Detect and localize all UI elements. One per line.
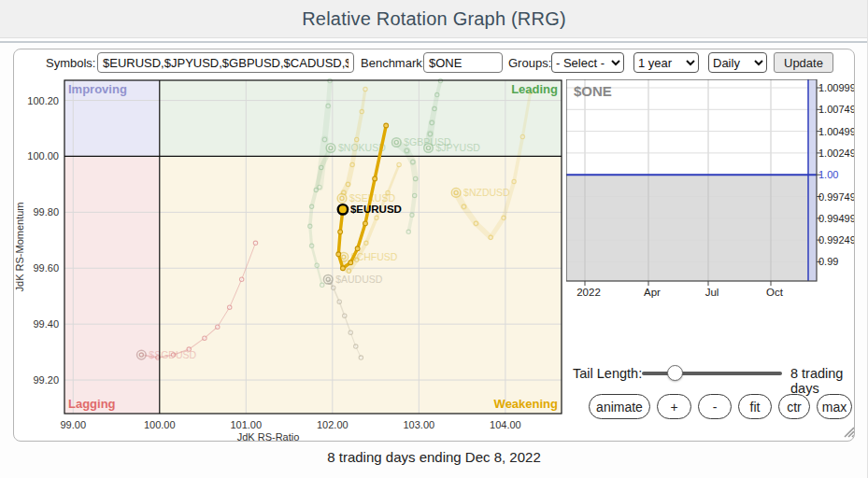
rrg-marker-$SGDUSD[interactable] [137, 350, 147, 359]
chart-control-buttons: animate+-fitctrmax [589, 394, 852, 419]
quadrant-label-leading: Leading [511, 82, 558, 96]
benchmark-y-tick: 0.9949999 [818, 213, 855, 225]
rrg-x-tick: 104.00 [490, 419, 521, 430]
benchmark-y-tick: 0.9924999 [818, 234, 855, 246]
ctr-button[interactable]: ctr [778, 394, 810, 419]
rrg-y-tick: 100.00 [27, 150, 59, 162]
rrg-x-tick: 103.00 [404, 419, 435, 430]
quadrant-label-weakening: Weakening [494, 397, 558, 411]
rrg-y-tick: 99.40 [33, 318, 59, 330]
symbols-label: Symbols: [46, 56, 95, 70]
rrg-x-axis-title: JdK RS-Ratio [237, 431, 300, 442]
rrg-y-tick: 99.80 [33, 206, 59, 218]
rrg-label-$SGDUSD: $SGDUSD [149, 349, 196, 360]
status-text: 8 trading days ending Dec 8, 2022 [0, 449, 868, 465]
tail-length-label: Tail Length: [573, 366, 642, 381]
rrg-x-tick: 100.00 [144, 419, 176, 430]
benchmark-x-tick: Apr [644, 287, 661, 298]
fit-button[interactable]: fit [738, 394, 772, 419]
rrg-x-tick: 99.00 [60, 419, 86, 430]
benchmark-y-tick: 0.99 [818, 256, 855, 268]
benchmark-y-tick: 1.0074999 [818, 104, 855, 116]
quadrant-label-lagging: Lagging [68, 397, 116, 411]
rrg-label-$CHFUSD: $CHFUSD [351, 251, 398, 262]
benchmark-x-tick: Oct [766, 287, 784, 298]
benchmark-title: $ONE [574, 83, 612, 99]
resize-handle-icon[interactable] [839, 422, 855, 439]
rrg-y-tick: 99.60 [33, 262, 59, 274]
rrg-app-window: Relative Rotation Graph (RRG) Symbols: B… [0, 0, 868, 478]
benchmark-y-tick: 1.0099999 [818, 82, 855, 94]
rrg-x-tick: 102.00 [317, 419, 349, 430]
header-divider [0, 41, 868, 43]
rrg-label-$GBPUSD: $GBPUSD [404, 136, 451, 148]
tail-length-slider-track[interactable] [642, 372, 782, 375]
tail-length-value: 8 trading days [790, 366, 854, 396]
zoom-in-button[interactable]: + [657, 394, 691, 419]
range-select[interactable]: 1 year [633, 52, 699, 73]
benchmark-label: Benchmark: [361, 56, 425, 70]
benchmark-y-tick: 1.0049999 [818, 126, 855, 138]
rrg-y-axis-title: JdK RS-Momentum [14, 203, 25, 292]
tail-length-slider-thumb[interactable] [667, 365, 683, 381]
page-title: Relative Rotation Graph (RRG) [302, 8, 566, 30]
rrg-chart: $SGDUSD$JPYUSD$GBPUSD$NOKUSD$NZDUSD$SEKU… [14, 76, 575, 442]
benchmark-x-tick: 2022 [576, 287, 601, 298]
rrg-x-tick: 101.00 [230, 419, 262, 430]
rrg-marker-$AUDUSD[interactable] [323, 274, 333, 284]
rrg-marker-$NZDUSD[interactable] [451, 189, 461, 198]
animate-button[interactable]: animate [589, 394, 650, 419]
benchmark-x-tick: Jul [705, 287, 719, 298]
update-button[interactable]: Update [774, 52, 833, 73]
benchmark-input[interactable] [423, 52, 503, 73]
rrg-label-$AUDUSD: $AUDUSD [335, 274, 383, 285]
rrg-marker-$EURUSD[interactable] [338, 204, 348, 214]
benchmark-chart: $ONE2022AprJulOct [566, 79, 837, 298]
rrg-marker-$SEKUSD[interactable] [337, 194, 347, 204]
rrg-marker-$NOKUSD[interactable] [326, 144, 335, 153]
rrg-panel: Symbols: Benchmark: Groups: - Select - 1… [13, 49, 855, 442]
rrg-marker-$GBPUSD[interactable] [391, 138, 401, 148]
rrg-y-tick: 100.20 [27, 95, 59, 106]
period-select[interactable]: Daily [708, 52, 767, 73]
max-button[interactable]: max [817, 394, 852, 419]
groups-select[interactable]: - Select - [551, 52, 624, 73]
quadrant-label-improving: Improving [68, 82, 127, 96]
rrg-label-$EURUSD: $EURUSD [350, 204, 402, 215]
symbols-input[interactable] [97, 52, 354, 73]
rrg-label-$NZDUSD: $NZDUSD [463, 187, 510, 198]
zoom-out-button[interactable]: - [698, 394, 732, 419]
benchmark-y-tick: 1.00 [818, 169, 855, 181]
rrg-y-tick: 99.20 [33, 374, 59, 386]
benchmark-y-tick: 0.9974999 [818, 191, 855, 204]
benchmark-y-tick: 1.0024999 [818, 148, 855, 160]
groups-label: Groups: [508, 56, 551, 70]
page-header: Relative Rotation Graph (RRG) [0, 0, 868, 38]
